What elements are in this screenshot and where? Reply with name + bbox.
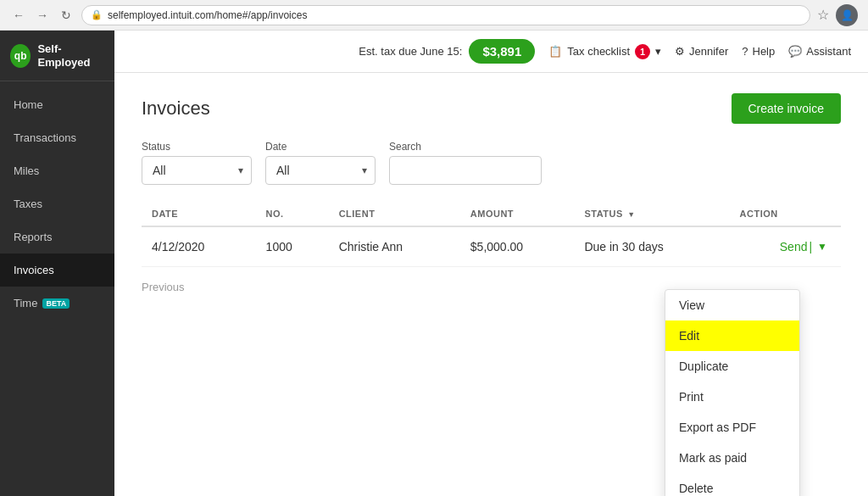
context-menu-mark-paid[interactable]: Mark as paid [665,443,799,473]
table-body: 4/12/2020 1000 Christie Ann $5,000.00 Du… [142,226,841,267]
table-row: 4/12/2020 1000 Christie Ann $5,000.00 Du… [142,226,841,267]
tax-checklist[interactable]: 📋 Tax checklist 1 ▾ [548,44,661,59]
pagination-previous[interactable]: Previous [142,281,185,293]
gear-icon: ⚙ [675,45,685,58]
context-menu-export-pdf[interactable]: Export as PDF [665,412,799,443]
cell-amount: $5,000.00 [460,226,575,267]
page-title: Invoices [142,98,210,120]
user-menu[interactable]: ⚙ Jennifer [675,45,728,58]
checklist-chevron-icon: ▾ [655,45,661,58]
main-content: Est. tax due June 15: $3,891 📋 Tax check… [114,31,868,496]
help-icon: ? [742,45,748,58]
status-filter-group: Status All Unpaid Paid Overdue [142,141,252,185]
table-header: DATE NO. CLIENT AMOUNT STATUS ▼ ACTION [142,202,841,226]
cell-no: 1000 [256,226,329,267]
page-header: Invoices Create invoice [142,93,841,124]
app-container: qb Self-Employed Home Transactions Miles… [0,31,868,496]
invoices-table: DATE NO. CLIENT AMOUNT STATUS ▼ ACTION 4… [142,202,841,267]
account-button[interactable]: 👤 [836,4,858,26]
assistant-icon: 💬 [788,45,802,58]
context-menu-view[interactable]: View [665,290,799,320]
col-amount: AMOUNT [460,202,575,226]
sidebar-item-miles[interactable]: Miles [0,154,114,187]
cell-client: Christie Ann [329,226,460,267]
bookmark-button[interactable]: ☆ [817,7,829,23]
topbar: Est. tax due June 15: $3,891 📋 Tax check… [114,31,868,73]
cell-action: Send | ▼ [730,226,841,267]
address-bar[interactable]: 🔒 selfemployed.intuit.com/home#/app/invo… [81,5,810,25]
context-menu-delete[interactable]: Delete [665,473,799,496]
sort-icon: ▼ [627,210,635,219]
context-menu: View Edit Duplicate Print Export as PDF … [665,289,800,496]
reload-button[interactable]: ↻ [58,7,75,24]
col-client: CLIENT [329,202,460,226]
sidebar-item-reports[interactable]: Reports [0,220,114,254]
clipboard-icon: 📋 [548,45,562,58]
sidebar-item-invoices[interactable]: Invoices [0,254,114,287]
filters-section: Status All Unpaid Paid Overdue Date [142,141,841,185]
table-header-row: DATE NO. CLIENT AMOUNT STATUS ▼ ACTION [142,202,841,226]
tax-due-section: Est. tax due June 15: $3,891 [359,39,535,64]
sidebar: qb Self-Employed Home Transactions Miles… [0,31,114,496]
col-action: ACTION [730,202,841,226]
url-text: selfemployed.intuit.com/home#/app/invoic… [108,9,307,21]
sidebar-item-taxes[interactable]: Taxes [0,187,114,220]
assistant-button[interactable]: 💬 Assistant [788,45,851,58]
user-name: Jennifer [689,45,728,58]
help-label: Help [753,45,776,58]
send-dropdown-button[interactable]: ▼ [814,239,831,254]
date-select[interactable]: All This month Last month This year [265,156,376,185]
col-no: NO. [256,202,329,226]
cell-date: 4/12/2020 [142,226,256,267]
context-menu-duplicate[interactable]: Duplicate [665,351,799,382]
tax-due-label: Est. tax due June 15: [359,45,462,58]
help-button[interactable]: ? Help [742,45,775,58]
sidebar-nav: Home Transactions Miles Taxes Reports In… [0,81,114,320]
checklist-badge: 1 [635,44,650,59]
search-filter-label: Search [389,141,542,153]
send-button[interactable]: Send [780,240,808,254]
beta-badge: BETA [42,298,70,309]
lock-icon: 🔒 [91,9,103,20]
back-button[interactable]: ← [10,7,27,24]
tax-amount-button[interactable]: $3,891 [469,39,535,64]
context-menu-edit[interactable]: Edit [665,320,799,351]
col-status: STATUS ▼ [574,202,729,226]
forward-button[interactable]: → [34,7,51,24]
date-select-wrapper: All This month Last month This year [265,156,376,185]
send-separator: | [809,240,812,254]
content-area: Invoices Create invoice Status All Unpai… [114,73,868,496]
col-date: DATE [142,202,256,226]
sidebar-item-time[interactable]: Time BETA [0,287,114,320]
search-input[interactable] [389,156,542,185]
sidebar-logo: qb Self-Employed [0,31,114,81]
status-filter-label: Status [142,141,252,153]
cell-status: Due in 30 days [574,226,729,267]
sidebar-item-transactions[interactable]: Transactions [0,121,114,154]
date-filter-group: Date All This month Last month This year [265,141,376,185]
context-menu-print[interactable]: Print [665,382,799,412]
qb-logo: qb [10,44,31,68]
search-filter-group: Search [389,141,542,185]
send-action-wrap: Send | ▼ [780,239,831,254]
date-filter-label: Date [265,141,376,153]
sidebar-brand: Self-Employed [37,42,104,69]
status-select-wrapper: All Unpaid Paid Overdue [142,156,252,185]
assistant-label: Assistant [806,45,851,58]
create-invoice-button[interactable]: Create invoice [732,93,842,124]
browser-bar: ← → ↻ 🔒 selfemployed.intuit.com/home#/ap… [0,0,868,31]
status-select[interactable]: All Unpaid Paid Overdue [142,156,252,185]
sidebar-item-home[interactable]: Home [0,88,114,121]
tax-checklist-label: Tax checklist [567,45,630,58]
